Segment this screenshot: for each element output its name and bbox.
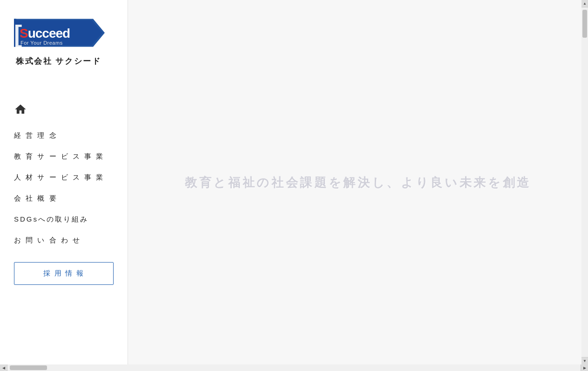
scroll-thumb[interactable]	[582, 10, 587, 38]
sidebar-item-company-overview[interactable]: 会 社 概 要	[0, 188, 128, 209]
home-nav-item[interactable]	[0, 99, 128, 121]
sidebar-item-sdgs[interactable]: SDGsへの取り組み	[0, 209, 128, 230]
scroll-left-button[interactable]: ◀	[0, 364, 7, 371]
scroll-up-button[interactable]: ▲	[581, 0, 588, 7]
sidebar-item-hr-service[interactable]: 人 材 サ ー ビ ス 事 業	[0, 167, 128, 188]
company-logo: Succeed For Your Dreams [	[14, 14, 107, 51]
svg-text:For Your Dreams: For Your Dreams	[20, 40, 63, 46]
recruit-button[interactable]: 採 用 情 報	[14, 262, 114, 285]
vertical-scrollbar[interactable]: ▲ ▼	[581, 0, 588, 364]
sidebar: Succeed For Your Dreams [ 株式会社 サクシード 経 営…	[0, 0, 128, 364]
hero-text: 教育と福祉の社会課題を解決し、より良い未来を創造	[185, 174, 531, 190]
logo-graphic: Succeed For Your Dreams [	[14, 14, 107, 51]
sidebar-item-contact[interactable]: お 問 い 合 わ せ	[0, 230, 128, 251]
scroll-right-button[interactable]: ▶	[581, 364, 588, 371]
svg-text:Succeed: Succeed	[20, 26, 70, 40]
home-icon	[14, 103, 27, 116]
sidebar-item-education-service[interactable]: 教 育 サ ー ビ ス 事 業	[0, 146, 128, 167]
svg-text:[: [	[14, 20, 22, 47]
main-content: 教育と福祉の社会課題を解決し、より良い未来を創造 ▲ ▼	[128, 0, 588, 364]
company-name: 株式会社 サクシード	[14, 56, 101, 67]
logo-area: Succeed For Your Dreams [ 株式会社 サクシード	[0, 0, 128, 76]
navigation: 経 営 理 念 教 育 サ ー ビ ス 事 業 人 材 サ ー ビ ス 事 業 …	[0, 99, 128, 364]
scroll-down-button[interactable]: ▼	[581, 357, 588, 364]
sidebar-item-management-philosophy[interactable]: 経 営 理 念	[0, 125, 128, 146]
horizontal-scroll-thumb[interactable]	[10, 365, 47, 370]
horizontal-scrollbar[interactable]: ◀ ▶	[0, 364, 588, 371]
